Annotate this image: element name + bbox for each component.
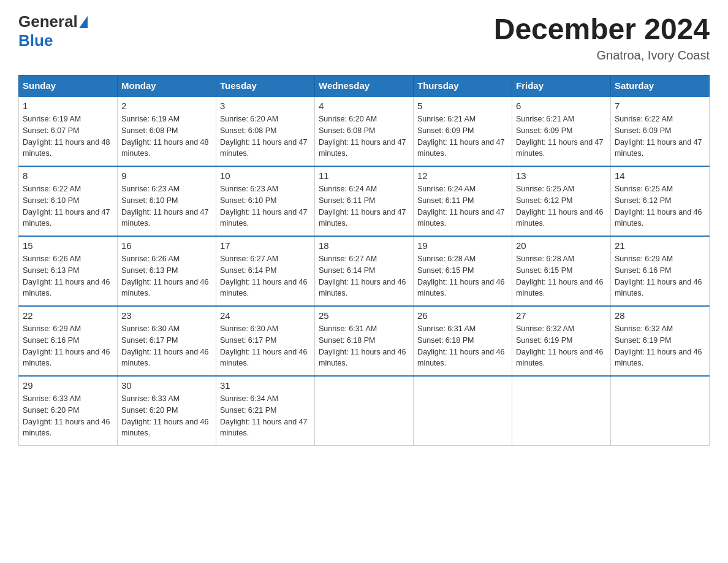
day-number: 20 xyxy=(516,240,607,251)
weekday-header-sunday: Sunday xyxy=(19,75,118,97)
logo-general-text: General xyxy=(18,12,78,31)
day-info: Sunrise: 6:22 AMSunset: 6:09 PMDaylight:… xyxy=(615,113,705,159)
day-cell-14: 14Sunrise: 6:25 AMSunset: 6:12 PMDayligh… xyxy=(611,166,710,236)
weekday-header-monday: Monday xyxy=(118,75,216,97)
weekday-header-friday: Friday xyxy=(512,75,611,97)
day-info: Sunrise: 6:23 AMSunset: 6:10 PMDaylight:… xyxy=(220,183,311,229)
day-cell-19: 19Sunrise: 6:28 AMSunset: 6:15 PMDayligh… xyxy=(414,236,512,306)
day-info: Sunrise: 6:30 AMSunset: 6:17 PMDaylight:… xyxy=(121,323,212,369)
day-info: Sunrise: 6:20 AMSunset: 6:08 PMDaylight:… xyxy=(319,113,409,159)
day-cell-2: 2Sunrise: 6:19 AMSunset: 6:08 PMDaylight… xyxy=(118,96,216,166)
day-cell-8: 8Sunrise: 6:22 AMSunset: 6:10 PMDaylight… xyxy=(19,166,118,236)
day-info: Sunrise: 6:22 AMSunset: 6:10 PMDaylight:… xyxy=(23,183,113,229)
day-number: 7 xyxy=(615,101,705,111)
day-number: 17 xyxy=(220,240,311,251)
day-number: 11 xyxy=(319,170,409,181)
day-cell-25: 25Sunrise: 6:31 AMSunset: 6:18 PMDayligh… xyxy=(315,306,414,376)
day-cell-23: 23Sunrise: 6:30 AMSunset: 6:17 PMDayligh… xyxy=(118,306,216,376)
day-info: Sunrise: 6:24 AMSunset: 6:11 PMDaylight:… xyxy=(417,183,508,229)
day-cell-13: 13Sunrise: 6:25 AMSunset: 6:12 PMDayligh… xyxy=(512,166,611,236)
day-cell-3: 3Sunrise: 6:20 AMSunset: 6:08 PMDaylight… xyxy=(216,96,315,166)
week-row-2: 8Sunrise: 6:22 AMSunset: 6:10 PMDaylight… xyxy=(19,166,710,236)
week-row-1: 1Sunrise: 6:19 AMSunset: 6:07 PMDaylight… xyxy=(19,96,710,166)
day-number: 14 xyxy=(615,170,705,181)
day-info: Sunrise: 6:19 AMSunset: 6:07 PMDaylight:… xyxy=(23,113,113,159)
day-number: 26 xyxy=(417,310,508,321)
day-info: Sunrise: 6:32 AMSunset: 6:19 PMDaylight:… xyxy=(516,323,607,369)
logo: General Blue xyxy=(18,12,89,50)
empty-cell-4-4 xyxy=(414,376,512,446)
day-number: 2 xyxy=(121,101,212,111)
logo-arrow-icon xyxy=(79,16,88,28)
day-number: 19 xyxy=(417,240,508,251)
calendar-header: SundayMondayTuesdayWednesdayThursdayFrid… xyxy=(19,75,710,97)
day-cell-5: 5Sunrise: 6:21 AMSunset: 6:09 PMDaylight… xyxy=(414,96,512,166)
weekday-header-wednesday: Wednesday xyxy=(315,75,414,97)
day-number: 9 xyxy=(121,170,212,181)
day-cell-1: 1Sunrise: 6:19 AMSunset: 6:07 PMDaylight… xyxy=(19,96,118,166)
weekday-header-thursday: Thursday xyxy=(414,75,512,97)
day-cell-27: 27Sunrise: 6:32 AMSunset: 6:19 PMDayligh… xyxy=(512,306,611,376)
month-title: December 2024 xyxy=(494,12,710,46)
day-cell-4: 4Sunrise: 6:20 AMSunset: 6:08 PMDaylight… xyxy=(315,96,414,166)
day-number: 4 xyxy=(319,101,409,111)
calendar-table: SundayMondayTuesdayWednesdayThursdayFrid… xyxy=(18,75,710,446)
day-info: Sunrise: 6:21 AMSunset: 6:09 PMDaylight:… xyxy=(516,113,607,159)
day-number: 23 xyxy=(121,310,212,321)
day-cell-22: 22Sunrise: 6:29 AMSunset: 6:16 PMDayligh… xyxy=(19,306,118,376)
day-info: Sunrise: 6:32 AMSunset: 6:19 PMDaylight:… xyxy=(615,323,705,369)
calendar-body: 1Sunrise: 6:19 AMSunset: 6:07 PMDaylight… xyxy=(19,96,710,446)
day-cell-12: 12Sunrise: 6:24 AMSunset: 6:11 PMDayligh… xyxy=(414,166,512,236)
day-number: 8 xyxy=(23,170,113,181)
empty-cell-4-5 xyxy=(512,376,611,446)
day-number: 25 xyxy=(319,310,409,321)
day-info: Sunrise: 6:28 AMSunset: 6:15 PMDaylight:… xyxy=(516,253,607,299)
day-number: 22 xyxy=(23,310,113,321)
day-number: 27 xyxy=(516,310,607,321)
day-cell-16: 16Sunrise: 6:26 AMSunset: 6:13 PMDayligh… xyxy=(118,236,216,306)
day-number: 24 xyxy=(220,310,311,321)
day-cell-15: 15Sunrise: 6:26 AMSunset: 6:13 PMDayligh… xyxy=(19,236,118,306)
weekday-header-saturday: Saturday xyxy=(611,75,710,97)
day-info: Sunrise: 6:33 AMSunset: 6:20 PMDaylight:… xyxy=(23,393,113,439)
day-info: Sunrise: 6:28 AMSunset: 6:15 PMDaylight:… xyxy=(417,253,508,299)
day-number: 18 xyxy=(319,240,409,251)
day-info: Sunrise: 6:27 AMSunset: 6:14 PMDaylight:… xyxy=(319,253,409,299)
day-cell-20: 20Sunrise: 6:28 AMSunset: 6:15 PMDayligh… xyxy=(512,236,611,306)
day-cell-29: 29Sunrise: 6:33 AMSunset: 6:20 PMDayligh… xyxy=(19,376,118,446)
day-cell-9: 9Sunrise: 6:23 AMSunset: 6:10 PMDaylight… xyxy=(118,166,216,236)
day-info: Sunrise: 6:26 AMSunset: 6:13 PMDaylight:… xyxy=(121,253,212,299)
day-number: 15 xyxy=(23,240,113,251)
day-cell-6: 6Sunrise: 6:21 AMSunset: 6:09 PMDaylight… xyxy=(512,96,611,166)
day-info: Sunrise: 6:31 AMSunset: 6:18 PMDaylight:… xyxy=(417,323,508,369)
day-info: Sunrise: 6:27 AMSunset: 6:14 PMDaylight:… xyxy=(220,253,311,299)
week-row-5: 29Sunrise: 6:33 AMSunset: 6:20 PMDayligh… xyxy=(19,376,710,446)
location-label: Gnatroa, Ivory Coast xyxy=(494,48,710,63)
day-info: Sunrise: 6:29 AMSunset: 6:16 PMDaylight:… xyxy=(615,253,705,299)
day-cell-30: 30Sunrise: 6:33 AMSunset: 6:20 PMDayligh… xyxy=(118,376,216,446)
day-info: Sunrise: 6:25 AMSunset: 6:12 PMDaylight:… xyxy=(615,183,705,229)
day-number: 16 xyxy=(121,240,212,251)
day-info: Sunrise: 6:20 AMSunset: 6:08 PMDaylight:… xyxy=(220,113,311,159)
day-info: Sunrise: 6:29 AMSunset: 6:16 PMDaylight:… xyxy=(23,323,113,369)
day-info: Sunrise: 6:25 AMSunset: 6:12 PMDaylight:… xyxy=(516,183,607,229)
day-number: 6 xyxy=(516,101,607,111)
title-area: December 2024 Gnatroa, Ivory Coast xyxy=(494,12,710,63)
day-info: Sunrise: 6:23 AMSunset: 6:10 PMDaylight:… xyxy=(121,183,212,229)
weekday-header-row: SundayMondayTuesdayWednesdayThursdayFrid… xyxy=(19,75,710,97)
day-info: Sunrise: 6:24 AMSunset: 6:11 PMDaylight:… xyxy=(319,183,409,229)
day-cell-26: 26Sunrise: 6:31 AMSunset: 6:18 PMDayligh… xyxy=(414,306,512,376)
day-cell-11: 11Sunrise: 6:24 AMSunset: 6:11 PMDayligh… xyxy=(315,166,414,236)
day-cell-18: 18Sunrise: 6:27 AMSunset: 6:14 PMDayligh… xyxy=(315,236,414,306)
day-info: Sunrise: 6:21 AMSunset: 6:09 PMDaylight:… xyxy=(417,113,508,159)
day-cell-24: 24Sunrise: 6:30 AMSunset: 6:17 PMDayligh… xyxy=(216,306,315,376)
week-row-3: 15Sunrise: 6:26 AMSunset: 6:13 PMDayligh… xyxy=(19,236,710,306)
day-info: Sunrise: 6:26 AMSunset: 6:13 PMDaylight:… xyxy=(23,253,113,299)
day-number: 28 xyxy=(615,310,705,321)
day-cell-7: 7Sunrise: 6:22 AMSunset: 6:09 PMDaylight… xyxy=(611,96,710,166)
day-number: 12 xyxy=(417,170,508,181)
day-cell-21: 21Sunrise: 6:29 AMSunset: 6:16 PMDayligh… xyxy=(611,236,710,306)
day-info: Sunrise: 6:30 AMSunset: 6:17 PMDaylight:… xyxy=(220,323,311,369)
day-number: 31 xyxy=(220,380,311,391)
day-cell-17: 17Sunrise: 6:27 AMSunset: 6:14 PMDayligh… xyxy=(216,236,315,306)
